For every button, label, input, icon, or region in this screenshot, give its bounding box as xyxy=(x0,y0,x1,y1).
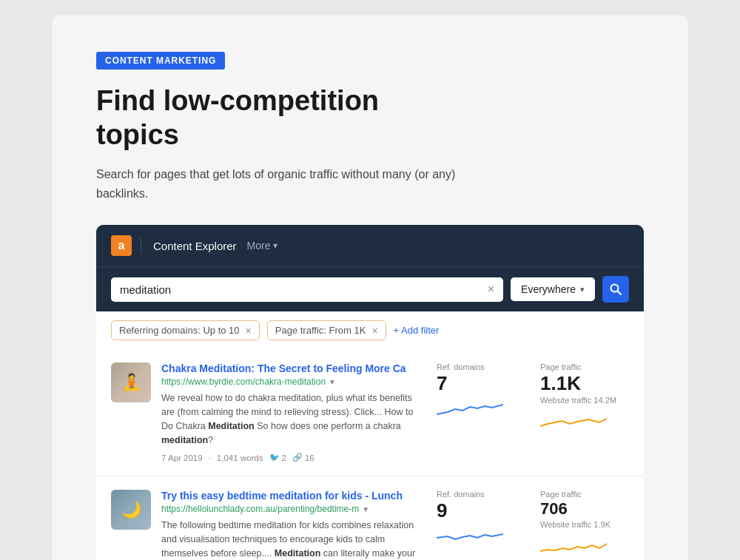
result-title[interactable]: Try this easy bedtime meditation for kid… xyxy=(161,490,426,502)
clear-search-button[interactable]: × xyxy=(488,283,494,295)
ahrefs-logo: a xyxy=(111,235,132,256)
result-description: We reveal how to do chakra meditation, p… xyxy=(161,391,426,447)
filter-tag-referring-domains: Referring domains: Up to 10 × xyxy=(111,320,260,340)
tool-header: a Content Explorer More xyxy=(96,225,644,267)
filter-label: Referring domains: Up to 10 xyxy=(119,325,240,336)
twitter-num: 2 xyxy=(282,453,286,462)
result-stats: Ref. domains 7 Page traffic 1.1K Website… xyxy=(437,362,629,430)
thumb-image-1: 🧘 xyxy=(111,362,151,402)
page-traffic-value: 706 xyxy=(540,500,622,518)
ref-domains-value: 9 xyxy=(437,500,518,522)
search-submit-button[interactable] xyxy=(602,276,629,303)
everywhere-dropdown[interactable]: Everywhere xyxy=(511,277,595,301)
result-words: 1,041 words xyxy=(217,453,263,462)
result-url[interactable]: https://www.byrdie.com/chakra-meditation… xyxy=(161,377,426,387)
page-traffic-chart xyxy=(540,408,607,430)
website-traffic-label: Website traffic 14.2M xyxy=(540,396,622,405)
filters-bar: Referring domains: Up to 10 × Page traff… xyxy=(96,311,644,349)
svg-line-1 xyxy=(618,291,622,295)
link-icon: 🔗 xyxy=(292,453,303,462)
tool-container: ↺ a Content Explorer More × Everywhere xyxy=(96,225,644,560)
link-num: 16 xyxy=(305,453,314,462)
result-item: 🌙 Try this easy bedtime meditation for k… xyxy=(96,476,644,560)
result-description: The following bedtime meditation for kid… xyxy=(161,519,426,560)
page-traffic-label: Page traffic xyxy=(540,362,622,371)
content-marketing-badge: CONTENT MARKETING xyxy=(96,52,225,70)
result-meta: 7 Apr 2019 · 1,041 words 🐦 2 🔗 16 xyxy=(161,453,426,462)
page-traffic-value: 1.1K xyxy=(540,373,622,394)
ref-domains-stat: Ref. domains 9 xyxy=(437,490,518,553)
header-divider xyxy=(141,237,141,254)
remove-filter-page-traffic[interactable]: × xyxy=(371,325,377,336)
ref-domains-value: 7 xyxy=(437,373,518,394)
search-input-wrap: × xyxy=(111,277,503,302)
ref-domains-chart xyxy=(437,523,503,545)
url-arrow-icon: ▼ xyxy=(329,378,336,386)
page-wrapper: CONTENT MARKETING Find low-competitionto… xyxy=(52,15,688,560)
url-arrow-icon: ▼ xyxy=(362,505,369,513)
twitter-count: 🐦 2 xyxy=(269,453,286,462)
url-text: https://hellolunchlady.com.au/parenting/… xyxy=(161,504,359,514)
search-bar: × Everywhere xyxy=(96,267,644,311)
filter-tag-page-traffic: Page traffic: From 1K × xyxy=(267,320,386,340)
ref-domains-chart xyxy=(437,396,503,418)
result-thumbnail: 🧘 xyxy=(111,362,151,402)
page-traffic-label: Page traffic xyxy=(540,490,622,499)
more-button[interactable]: More xyxy=(247,240,278,252)
result-item: 🧘 Chakra Meditation: The Secret to Feeli… xyxy=(96,349,644,476)
results-area: 🧘 Chakra Meditation: The Secret to Feeli… xyxy=(96,349,644,560)
page-subtitle: Search for pages that get lots of organi… xyxy=(96,165,481,203)
twitter-icon: 🐦 xyxy=(269,453,280,462)
link-count: 🔗 16 xyxy=(292,453,314,462)
result-thumbnail: 🌙 xyxy=(111,490,151,530)
tool-name-label: Content Explorer xyxy=(153,240,237,252)
result-title[interactable]: Chakra Meditation: The Secret to Feeling… xyxy=(161,362,426,374)
remove-filter-referring-domains[interactable]: × xyxy=(246,325,252,336)
ref-domains-label: Ref. domains xyxy=(437,362,518,371)
result-url[interactable]: https://hellolunchlady.com.au/parenting/… xyxy=(161,504,426,514)
page-traffic-chart xyxy=(540,532,607,554)
page-traffic-stat: Page traffic 1.1K Website traffic 14.2M xyxy=(540,362,622,430)
page-traffic-stat: Page traffic 706 Website traffic 1.9K xyxy=(540,490,622,553)
ref-domains-label: Ref. domains xyxy=(437,490,518,499)
result-content: Chakra Meditation: The Secret to Feeling… xyxy=(161,362,426,462)
add-filter-button[interactable]: + Add filter xyxy=(394,325,440,336)
search-input[interactable] xyxy=(120,283,482,296)
result-stats: Ref. domains 9 Page traffic 706 Website … xyxy=(437,490,629,553)
meta-dot: · xyxy=(209,453,211,462)
ref-domains-stat: Ref. domains 7 xyxy=(437,362,518,430)
search-icon xyxy=(610,283,622,295)
thumb-image-2: 🌙 xyxy=(111,490,151,530)
result-date: 7 Apr 2019 xyxy=(161,453,203,462)
result-content: Try this easy bedtime meditation for kid… xyxy=(161,490,426,560)
page-title: Find low-competitiontopics xyxy=(96,84,644,152)
website-traffic-label: Website traffic 1.9K xyxy=(540,520,622,529)
filter-label: Page traffic: From 1K xyxy=(275,325,366,336)
url-text: https://www.byrdie.com/chakra-meditation xyxy=(161,377,326,387)
